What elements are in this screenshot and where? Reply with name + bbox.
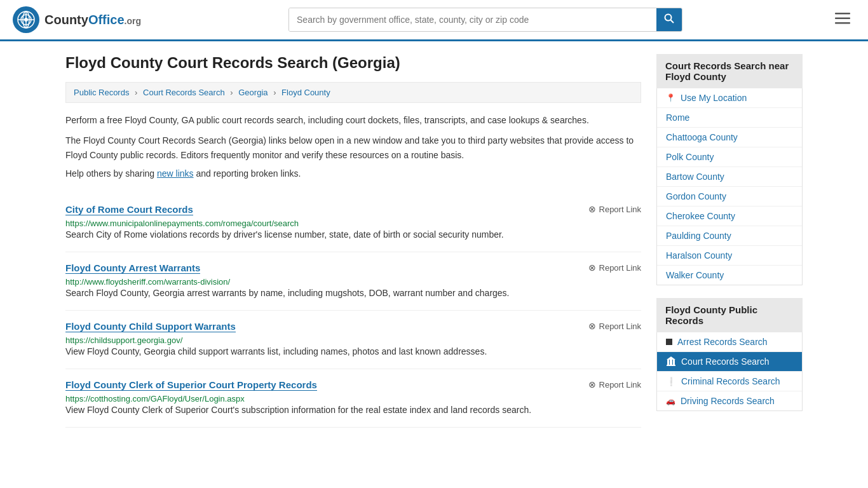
record-desc-0: Search City of Rome violations records b… — [65, 228, 641, 241]
report-link-2[interactable]: ⊗ Report Link — [588, 321, 641, 331]
search-button[interactable] — [656, 8, 682, 31]
svg-line-7 — [671, 20, 674, 24]
svg-point-6 — [665, 15, 672, 21]
intro-paragraph-1: Perform a free Floyd County, GA public c… — [65, 113, 641, 127]
record-url-1[interactable]: http://www.floydsheriff.com/warrants-div… — [65, 277, 230, 287]
new-links-link[interactable]: new links — [157, 168, 194, 179]
bartow-link[interactable]: Bartow County — [657, 167, 802, 186]
report-link-1[interactable]: ⊗ Report Link — [588, 262, 641, 273]
svg-rect-10 — [835, 22, 850, 24]
sidebar-item-polk[interactable]: Polk County — [657, 147, 802, 167]
paulding-link[interactable]: Paulding County — [657, 226, 802, 245]
svg-rect-9 — [835, 18, 850, 20]
sidebar-driving-records[interactable]: 🚗 Driving Records Search — [657, 391, 802, 410]
sidebar-item-chattooga[interactable]: Chattooga County — [657, 128, 802, 147]
driving-icon: 🚗 — [666, 396, 675, 405]
sidebar-item-walker[interactable]: Walker County — [657, 266, 802, 285]
cherokee-link[interactable]: Cherokee County — [657, 207, 802, 226]
svg-marker-15 — [667, 356, 675, 360]
breadcrumb-court-records[interactable]: Court Records Search — [143, 88, 225, 97]
criminal-icon: ❕ — [666, 377, 676, 386]
logo-area: CountyOffice.org — [13, 6, 141, 33]
logo-text: CountyOffice.org — [44, 13, 141, 27]
record-item-1: Floyd County Arrest Warrants ⊗ Report Li… — [65, 252, 641, 311]
search-box — [288, 8, 682, 32]
sidebar-court-records[interactable]: Court Records Search — [657, 352, 802, 372]
sidebar-item-paulding[interactable]: Paulding County — [657, 226, 802, 246]
sidebar-public-records-section: Floyd County Public Records Arrest Recor… — [656, 298, 803, 411]
sidebar-criminal-records[interactable]: ❕ Criminal Records Search — [657, 372, 802, 391]
report-icon-0: ⊗ — [588, 204, 596, 214]
page-title: Floyd County Court Records Search (Georg… — [65, 54, 641, 72]
arrest-icon — [666, 339, 672, 345]
sidebar-arrest-records[interactable]: Arrest Records Search — [657, 332, 802, 352]
report-icon-2: ⊗ — [588, 321, 596, 331]
report-icon-3: ⊗ — [588, 379, 596, 390]
sidebar-item-rome[interactable]: Rome — [657, 108, 802, 128]
breadcrumb-floyd-county[interactable]: Floyd County — [281, 88, 330, 97]
record-url-3[interactable]: https://cotthosting.com/GAFloyd/User/Log… — [65, 394, 245, 403]
sidebar-nearby-list: 📍 Use My Location Rome Chattooga County — [656, 88, 803, 285]
svg-rect-8 — [835, 13, 850, 15]
svg-rect-13 — [667, 360, 669, 365]
record-title-1[interactable]: Floyd County Arrest Warrants — [65, 262, 200, 274]
breadcrumb: Public Records › Court Records Search › … — [65, 82, 641, 103]
court-icon — [666, 356, 676, 367]
driving-records-link[interactable]: 🚗 Driving Records Search — [657, 391, 802, 410]
main-container: Floyd County Court Records Search (Georg… — [53, 41, 815, 440]
sidebar-item-haralson[interactable]: Haralson County — [657, 246, 802, 266]
gordon-link[interactable]: Gordon County — [657, 187, 802, 206]
help-text: Help others by sharing new links and rep… — [65, 168, 641, 179]
record-url-0[interactable]: https://www.municipalonlinepayments.com/… — [65, 219, 299, 228]
intro-paragraph-2: The Floyd County Court Records Search (G… — [65, 133, 641, 162]
sidebar-item-bartow[interactable]: Bartow County — [657, 167, 802, 187]
rome-link[interactable]: Rome — [657, 108, 802, 127]
record-title-0[interactable]: City of Rome Court Records — [65, 204, 193, 215]
report-link-0[interactable]: ⊗ Report Link — [588, 204, 641, 214]
record-item-2: Floyd County Child Support Warrants ⊗ Re… — [65, 311, 641, 369]
record-item-0: City of Rome Court Records ⊗ Report Link… — [65, 194, 641, 252]
sidebar-public-records-list: Arrest Records Search — [656, 332, 803, 411]
svg-rect-11 — [667, 365, 675, 366]
report-icon-1: ⊗ — [588, 262, 596, 273]
sidebar-item-use-my-location[interactable]: 📍 Use My Location — [657, 88, 802, 108]
location-icon: 📍 — [666, 93, 675, 102]
criminal-records-link[interactable]: ❕ Criminal Records Search — [657, 372, 802, 391]
arrest-records-link[interactable]: Arrest Records Search — [657, 332, 802, 351]
search-area — [288, 8, 682, 32]
record-url-2[interactable]: https://childsupport.georgia.gov/ — [65, 336, 182, 345]
record-desc-2: View Floyd County, Georgia child support… — [65, 345, 641, 358]
use-my-location-link[interactable]: 📍 Use My Location — [657, 88, 802, 107]
search-input[interactable] — [289, 8, 656, 31]
logo-icon — [13, 6, 39, 33]
sidebar-nearby-header: Court Records Search near Floyd County — [656, 54, 803, 88]
record-item-3: Floyd County Clerk of Superior Court Pro… — [65, 369, 641, 428]
sidebar-item-cherokee[interactable]: Cherokee County — [657, 207, 802, 226]
report-link-3[interactable]: ⊗ Report Link — [588, 379, 641, 390]
record-title-3[interactable]: Floyd County Clerk of Superior Court Pro… — [65, 379, 317, 391]
breadcrumb-georgia[interactable]: Georgia — [238, 88, 268, 97]
menu-button[interactable] — [830, 9, 855, 30]
sidebar-item-gordon[interactable]: Gordon County — [657, 187, 802, 207]
court-records-link[interactable]: Court Records Search — [657, 352, 802, 371]
svg-point-5 — [24, 18, 28, 22]
sidebar: Court Records Search near Floyd County 📍… — [656, 54, 803, 428]
haralson-link[interactable]: Haralson County — [657, 246, 802, 265]
walker-link[interactable]: Walker County — [657, 266, 802, 285]
chattooga-link[interactable]: Chattooga County — [657, 128, 802, 147]
record-desc-1: Search Floyd County, Georgia arrest warr… — [65, 287, 641, 300]
sidebar-public-records-header: Floyd County Public Records — [656, 298, 803, 332]
record-desc-3: View Floyd County Clerk of Superior Cour… — [65, 403, 641, 417]
polk-link[interactable]: Polk County — [657, 147, 802, 166]
record-title-2[interactable]: Floyd County Child Support Warrants — [65, 321, 236, 332]
content-area: Floyd County Court Records Search (Georg… — [65, 54, 641, 428]
site-header: CountyOffice.org — [0, 0, 868, 41]
breadcrumb-public-records[interactable]: Public Records — [74, 88, 129, 97]
svg-rect-14 — [673, 360, 675, 365]
sidebar-nearby-section: Court Records Search near Floyd County 📍… — [656, 54, 803, 285]
